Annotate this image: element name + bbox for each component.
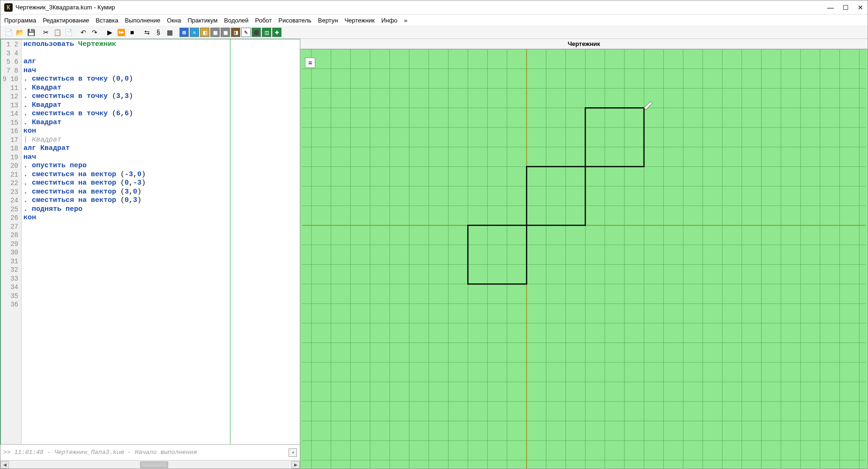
right-pane: Чертежник ≡ — [300, 39, 868, 469]
toolbar: 📄📂💾✂📋📄↶↷▶⏩■⇆§▦⊞≈◧▦▦◨✎⬛◫✚ — [0, 26, 868, 39]
scroll-right-icon[interactable]: ▶ — [291, 461, 300, 469]
scroll-track[interactable] — [9, 461, 291, 469]
module-kuznec-icon[interactable]: ◨ — [231, 28, 240, 37]
tool-2-icon[interactable]: § — [153, 27, 163, 37]
maximize-button[interactable]: ☐ — [842, 4, 849, 11]
canvas-title: Чертежник — [300, 39, 868, 49]
menu-item-1[interactable]: Редактирование — [43, 17, 89, 24]
menu-item-4[interactable]: Окна — [167, 17, 181, 24]
menu-item-6[interactable]: Водолей — [224, 17, 248, 24]
module-paint-icon[interactable]: ✎ — [241, 28, 251, 37]
tool-1-icon[interactable]: ⇆ — [142, 27, 152, 37]
editor[interactable]: 1 2 3 4 5 6 7 8 9 10 11 12 13 14 15 16 1… — [0, 39, 300, 444]
svg-rect-53 — [468, 225, 527, 284]
module-isp-icon[interactable]: ◧ — [200, 28, 209, 37]
menu-item-7[interactable]: Робот — [255, 17, 272, 24]
tool-3-icon[interactable]: ▦ — [164, 27, 175, 37]
minimize-button[interactable]: — — [827, 4, 834, 11]
console: >> 11:01:48 - Чертежник_Папа3.kum - Нача… — [0, 444, 300, 460]
menu-item-9[interactable]: Вертун — [318, 17, 338, 24]
window-controls: — ☐ ✕ — [827, 4, 864, 11]
save-file-icon[interactable]: 💾 — [26, 27, 36, 37]
console-text: >> 11:01:48 - Чертежник_Папа3.kum - Нача… — [3, 449, 197, 456]
svg-rect-55 — [585, 108, 644, 166]
canvas-svg — [300, 49, 868, 469]
close-button[interactable]: ✕ — [857, 4, 864, 11]
module-vertun-icon[interactable]: ⊞ — [179, 28, 189, 37]
run-icon[interactable]: ▶ — [104, 27, 115, 37]
module-grid2-icon[interactable]: ▦ — [221, 28, 230, 37]
module-plus-icon[interactable]: ✚ — [272, 28, 282, 37]
new-file-icon[interactable]: 📄 — [3, 27, 14, 37]
menu-item-10[interactable]: Чертежник — [344, 17, 375, 24]
cut-icon[interactable]: ✂ — [41, 27, 51, 37]
menubar: ПрограммаРедактированиеВставкаВыполнение… — [0, 15, 868, 26]
module-chert-icon[interactable]: ◫ — [262, 28, 271, 37]
app-icon: К — [4, 3, 13, 12]
menu-item-12[interactable]: » — [404, 17, 407, 24]
menu-item-3[interactable]: Выполнение — [125, 17, 160, 24]
scroll-thumb[interactable] — [140, 462, 168, 468]
code-area[interactable]: использовать Чертежник алгнач. сместитьс… — [22, 39, 230, 444]
app-window: К Чертежник_3Квадрата.kum - Кумир — ☐ ✕ … — [0, 0, 868, 469]
copy-icon[interactable]: 📋 — [52, 27, 62, 37]
menu-item-0[interactable]: Программа — [4, 17, 36, 24]
open-file-icon[interactable]: 📂 — [15, 27, 25, 37]
main-area: 1 2 3 4 5 6 7 8 9 10 11 12 13 14 15 16 1… — [0, 39, 868, 469]
titlebar: К Чертежник_3Квадрата.kum - Кумир — ☐ ✕ — [0, 0, 868, 15]
menu-item-8[interactable]: Рисователь — [278, 17, 311, 24]
left-pane: 1 2 3 4 5 6 7 8 9 10 11 12 13 14 15 16 1… — [0, 39, 300, 469]
menu-item-11[interactable]: Инфо — [381, 17, 397, 24]
menu-item-2[interactable]: Вставка — [96, 17, 118, 24]
redo-icon[interactable]: ↷ — [89, 27, 100, 37]
undo-icon[interactable]: ↶ — [78, 27, 89, 37]
canvas-menu-icon[interactable]: ≡ — [305, 58, 315, 68]
editor-margin — [230, 39, 300, 444]
paste-icon[interactable]: 📄 — [63, 27, 74, 37]
step-icon[interactable]: ⏩ — [116, 27, 126, 37]
stop-icon[interactable]: ■ — [127, 27, 137, 37]
svg-rect-54 — [527, 167, 585, 225]
horizontal-scrollbar[interactable]: ◀ ▶ — [0, 460, 300, 469]
menu-item-5[interactable]: Практикум — [187, 17, 217, 24]
scroll-left-icon[interactable]: ◀ — [0, 461, 9, 469]
module-vodoley-icon[interactable]: ≈ — [190, 28, 199, 37]
console-dropdown-icon[interactable]: ▾ — [289, 448, 297, 457]
window-title: Чертежник_3Квадрата.kum - Кумир — [15, 4, 827, 11]
module-grid-icon[interactable]: ▦ — [210, 28, 220, 37]
line-gutter: 1 2 3 4 5 6 7 8 9 10 11 12 13 14 15 16 1… — [1, 39, 22, 444]
module-robot-icon[interactable]: ⬛ — [252, 28, 261, 37]
drawing-canvas[interactable]: ≡ — [300, 49, 868, 469]
